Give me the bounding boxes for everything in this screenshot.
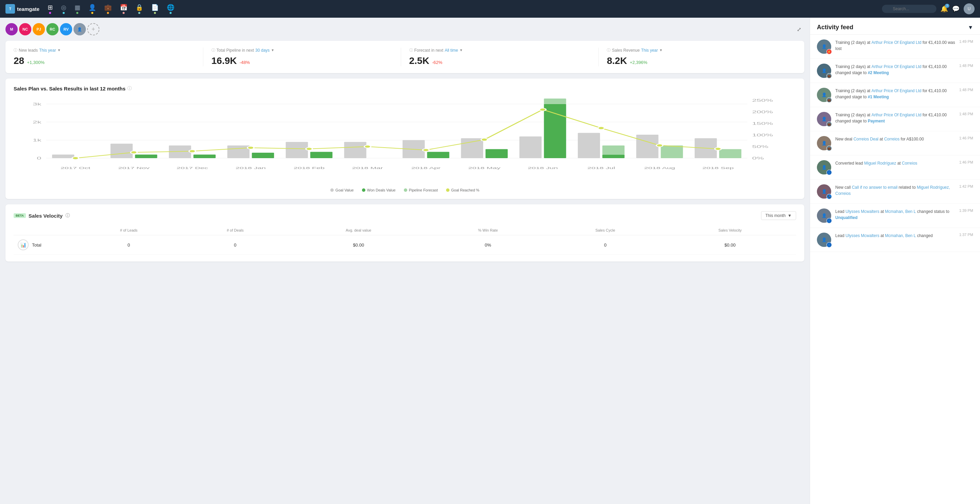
col-header-sales-cycle: Sales Cycle: [547, 225, 664, 235]
chart-section: Sales Plan vs. Sales Results in last 12 …: [5, 79, 804, 199]
activity-body-2: Training (2 days) at Arthur Price Of Eng…: [835, 88, 973, 100]
activity-time-0: 1:49 PM: [959, 40, 973, 44]
activity-link[interactable]: Correios: [902, 161, 917, 166]
targets-dot: [63, 12, 65, 14]
activity-link[interactable]: Correios Deal: [853, 137, 878, 141]
notification-badge: 7: [945, 4, 949, 8]
nav-item-deals[interactable]: 💼: [104, 4, 112, 14]
kpi-value-2: 2.5K -62%: [409, 55, 590, 66]
velocity-row-icon-0: 📊: [18, 239, 29, 250]
kpi-card-0: ⓘ New leads This year ▼ 28 +1,300%: [14, 48, 203, 66]
avatar-photo[interactable]: 👤: [73, 23, 86, 35]
activity-link[interactable]: Ulysses Mcwalters: [845, 209, 879, 214]
avatar-RC[interactable]: RC: [46, 23, 59, 35]
kpi-period-0[interactable]: This year: [39, 48, 56, 53]
svg-point-61: [598, 127, 605, 130]
period-select[interactable]: This month ▼: [761, 211, 796, 220]
reports-dot: [76, 12, 78, 14]
nav-item-reports[interactable]: ▦: [75, 4, 80, 14]
activity-link[interactable]: Mcmahan, Ben L: [885, 233, 916, 238]
activity-link-bold[interactable]: #2 Meeting: [868, 70, 889, 75]
activity-link-bold[interactable]: Unqualified: [835, 215, 858, 220]
nav-item-security[interactable]: 🔒: [135, 4, 143, 14]
legend-item-goal-value: Goal Value: [330, 188, 354, 192]
svg-rect-40: [544, 98, 566, 104]
velocity-info-icon: ⓘ: [65, 212, 70, 219]
svg-text:2k: 2k: [33, 120, 41, 124]
chevron-down-icon: ▼: [788, 213, 792, 218]
nav-item-targets[interactable]: ◎: [61, 4, 67, 14]
expand-button[interactable]: ⤢: [794, 24, 804, 35]
svg-rect-36: [485, 149, 508, 158]
activity-row-3: Training (2 days) at Arthur Price Of Eng…: [835, 112, 973, 124]
nav-item-documents[interactable]: 📄: [151, 4, 159, 14]
col-header-win-rate: % Win Rate: [430, 225, 547, 235]
activity-link-bold[interactable]: #1 Meeting: [868, 95, 889, 99]
velocity-row-name-0: Total: [32, 242, 41, 247]
activity-text-content: Converted lead: [835, 161, 864, 166]
activity-text-content: at: [896, 161, 902, 166]
avatar-PJ[interactable]: PJ: [33, 23, 45, 35]
legend-item-goal-reached-%: Goal Reached %: [446, 188, 479, 192]
messages-button[interactable]: 💬: [952, 5, 959, 13]
activity-link-bold[interactable]: Payment: [868, 119, 885, 124]
velocity-row-label-0: 📊 Total: [14, 235, 75, 255]
activity-link[interactable]: Arthur Price Of England Ltd: [871, 40, 921, 45]
activity-text-content: Lead: [835, 209, 845, 214]
activity-link[interactable]: Ulysses Mcwalters: [845, 233, 879, 238]
kpi-number-2: 2.5K: [409, 55, 430, 66]
nav-item-contacts[interactable]: 👤: [89, 4, 96, 14]
notifications-button[interactable]: 🔔 7: [940, 5, 948, 13]
activity-row-4: New deal Correios Deal at Correios for A…: [835, 136, 973, 142]
filter-icon[interactable]: ▼: [968, 24, 973, 31]
kpi-info-icon-0: ⓘ: [14, 48, 18, 53]
legend-item-won-deals-value: Won Deals Value: [362, 188, 396, 192]
activity-link[interactable]: Mcmahan, Ben L: [885, 209, 916, 214]
activity-item-5: 👤 👤 Converted lead Miguel Rodríguez at C…: [810, 155, 980, 179]
activity-text-content: New call: [835, 185, 852, 190]
velocity-velocity-0: $0.00: [664, 235, 796, 255]
activity-feed-title: Activity feed: [817, 24, 853, 31]
activity-row-0: Training (2 days) at Arthur Price Of Eng…: [835, 40, 973, 52]
col-header-avg-deal: Avg. deal value: [288, 225, 430, 235]
kpi-period-3[interactable]: This year: [641, 48, 658, 53]
kpi-chevron-3: ▼: [659, 48, 663, 52]
avatar-RV[interactable]: RV: [60, 23, 72, 35]
activity-time-8: 1:37 PM: [959, 233, 973, 237]
activity-link[interactable]: Miguel Rodríguez: [864, 161, 896, 166]
activity-text-content: at: [879, 233, 885, 238]
add-avatar-button[interactable]: +: [87, 23, 99, 35]
svg-rect-39: [544, 104, 566, 158]
activity-link[interactable]: Arthur Price Of England Ltd: [871, 113, 921, 117]
activity-text-content: for A$100.00: [900, 137, 924, 141]
activity-avatar-3: 👤 💼: [817, 112, 831, 126]
avatar-M[interactable]: M: [5, 23, 18, 35]
search-input[interactable]: [882, 5, 936, 13]
kpi-card-3: ⓘ Sales Revenue This year ▼ 8.2K +2,396%: [599, 48, 796, 66]
activity-body-0: Training (2 days) at Arthur Price Of Eng…: [835, 40, 973, 52]
activity-item-7: 👤 👤 Lead Ulysses Mcwalters at Mcmahan, B…: [810, 204, 980, 228]
kpi-chevron-1: ▼: [271, 48, 274, 52]
deals-dot: [107, 12, 109, 14]
activity-avatar-6: 👤 📞: [817, 184, 831, 199]
activity-link[interactable]: Arthur Price Of England Ltd: [871, 89, 921, 93]
kpi-value-3: 8.2K +2,396%: [607, 55, 788, 66]
activity-type-badge-1: 💼: [826, 73, 832, 79]
activity-link[interactable]: Correios: [884, 137, 899, 141]
kpi-period-1[interactable]: 30 days: [255, 48, 270, 53]
nav-item-global[interactable]: 🌐: [167, 4, 174, 14]
logo[interactable]: T teamgate: [5, 4, 40, 14]
kpi-period-2[interactable]: All time: [445, 48, 458, 53]
velocity-leads-0: 0: [75, 235, 183, 255]
nav-right: 🔔 7 💬 U: [882, 3, 975, 14]
user-avatar[interactable]: U: [964, 3, 975, 14]
nav-item-calendar[interactable]: 📅: [120, 4, 127, 14]
svg-text:3k: 3k: [33, 102, 41, 106]
activity-link[interactable]: Call if no answer to email: [852, 185, 897, 190]
svg-rect-16: [52, 154, 74, 158]
activity-text-content: at: [878, 137, 884, 141]
nav-item-dashboard[interactable]: ⊞: [48, 4, 53, 14]
activity-body-8: Lead Ulysses Mcwalters at Mcmahan, Ben L…: [835, 233, 973, 239]
activity-link[interactable]: Arthur Price Of England Ltd: [871, 64, 921, 69]
avatar-NC[interactable]: NC: [19, 23, 31, 35]
